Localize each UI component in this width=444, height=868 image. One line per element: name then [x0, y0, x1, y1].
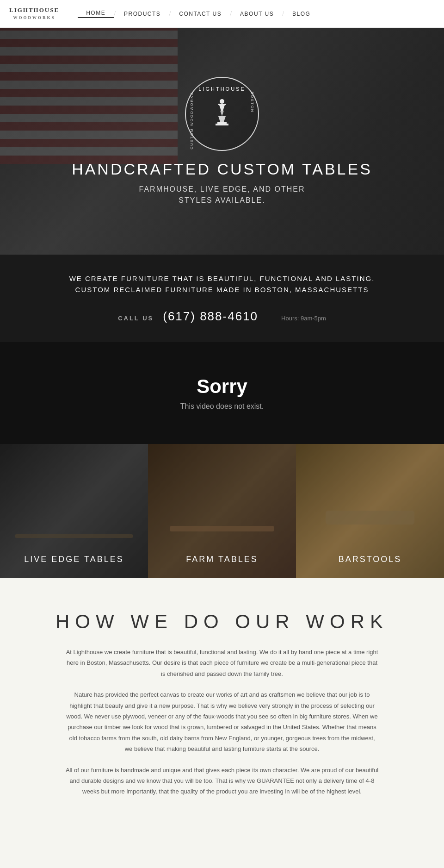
product-barstools[interactable]: BARSTOOLS	[296, 444, 444, 578]
lighthouse-icon	[208, 98, 236, 130]
product-grid: LIVE EDGE TABLES FARM TABLES BARSTOOLS	[0, 444, 444, 578]
nav-links: HOME / PRODUCTS / CONTACT US / ABOUT US …	[78, 10, 319, 18]
site-logo[interactable]: LIGHTHOUSE WOODWORKS	[9, 7, 59, 20]
logo-text: LIGHTHOUSE WOODWORKS	[9, 7, 59, 20]
circle-logo-left-text: CUSTOM WOODWORKS	[190, 92, 194, 150]
navbar: LIGHTHOUSE WOODWORKS HOME / PRODUCTS / C…	[0, 0, 444, 28]
hero-content: LIGHTHOUSE BOSTON CUSTOM WOODWORKS HANDC…	[72, 77, 372, 206]
svg-rect-6	[216, 124, 228, 125]
product-overlay-1: LIVE EDGE TABLES	[0, 444, 148, 578]
product-farm-tables[interactable]: FARM TABLES	[148, 444, 296, 578]
nav-blog[interactable]: BLOG	[284, 11, 319, 17]
svg-marker-3	[220, 111, 224, 116]
svg-marker-4	[218, 116, 226, 122]
svg-rect-1	[218, 104, 226, 105]
info-band-title: WE CREATE FURNITURE THAT IS BEAUTIFUL, F…	[28, 273, 416, 295]
product-live-edge[interactable]: LIVE EDGE TABLES	[0, 444, 148, 578]
svg-marker-2	[219, 105, 225, 111]
nav-products[interactable]: PRODUCTS	[116, 11, 169, 17]
instagram-spacer	[37, 849, 407, 868]
phone-number[interactable]: (617) 888-4610	[163, 309, 258, 324]
nav-about[interactable]: ABOUT US	[232, 11, 282, 17]
how-title: HOW WE DO OUR WORK	[37, 611, 407, 633]
product-label-barstools: BARSTOOLS	[339, 555, 402, 564]
video-section: Sorry This video does not exist.	[0, 342, 444, 444]
product-label-farm-tables: FARM TABLES	[186, 555, 258, 564]
svg-point-0	[220, 99, 224, 104]
circle-logo-top-text: LIGHTHOUSE	[198, 86, 246, 92]
how-section: HOW WE DO OUR WORK At Lighthouse we crea…	[0, 578, 444, 831]
call-label: CALL US	[118, 315, 154, 322]
hero-title: HANDCRAFTED CUSTOM TABLES	[72, 160, 372, 178]
video-error-title: Sorry	[197, 375, 247, 398]
video-error-message: This video does not exist.	[180, 402, 264, 411]
nav-contact[interactable]: CONTACT US	[171, 11, 230, 17]
svg-rect-5	[217, 122, 227, 124]
nav-home[interactable]: HOME	[78, 10, 114, 18]
circle-logo-side-text: BOSTON	[250, 92, 254, 113]
hero-section: LIGHTHOUSE BOSTON CUSTOM WOODWORKS HANDC…	[0, 28, 444, 255]
product-label-live-edge: LIVE EDGE TABLES	[24, 555, 123, 564]
call-info: CALL US (617) 888-4610 Hours: 9am-5pm	[28, 309, 416, 324]
business-hours: Hours: 9am-5pm	[281, 315, 326, 322]
instagram-section: CHECK OUT OUR CREATIONS ON INSTAGRAM!	[0, 831, 444, 868]
info-band: WE CREATE FURNITURE THAT IS BEAUTIFUL, F…	[0, 255, 444, 342]
circle-logo: LIGHTHOUSE BOSTON CUSTOM WOODWORKS	[185, 77, 259, 151]
product-overlay-2: FARM TABLES	[148, 444, 296, 578]
how-para-1: At Lighthouse we create furniture that i…	[65, 647, 379, 679]
hero-subtitle: FARMHOUSE, LIVE EDGE, AND OTHER STYLES A…	[130, 184, 314, 206]
how-para-3: All of our furniture is handmade and uni…	[65, 765, 379, 797]
product-overlay-3: BARSTOOLS	[296, 444, 444, 578]
how-para-2: Nature has provided the perfect canvas t…	[65, 689, 379, 754]
